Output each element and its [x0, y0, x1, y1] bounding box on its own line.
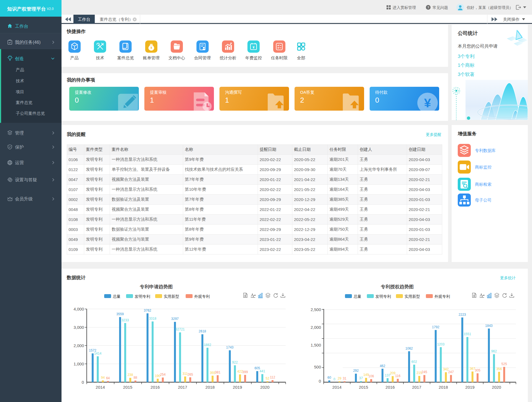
svg-text:1,000: 1,000	[73, 362, 84, 366]
svg-text:342: 342	[443, 367, 449, 371]
svg-text:292: 292	[353, 369, 359, 373]
svg-text:116: 116	[395, 374, 400, 378]
svg-text:399: 399	[242, 370, 248, 374]
svg-text:1062: 1062	[405, 347, 413, 350]
svg-text:137: 137	[385, 373, 390, 377]
svg-text:¥: ¥	[253, 45, 255, 49]
svg-text:94: 94	[101, 376, 105, 380]
svg-text:2223: 2223	[459, 313, 466, 317]
svg-text:29: 29	[338, 376, 342, 380]
svg-text:?: ?	[427, 6, 429, 9]
svg-text:2015: 2015	[359, 385, 368, 390]
svg-text:3318: 3318	[149, 317, 156, 320]
svg-text:2020: 2020	[260, 385, 269, 390]
svg-text:总量: 总量	[354, 294, 361, 299]
svg-text:0: 0	[333, 377, 335, 381]
svg-text:2016: 2016	[150, 385, 160, 390]
svg-text:52: 52	[266, 376, 270, 380]
svg-text:发明专利: 发明专利	[135, 294, 150, 299]
svg-text:962: 962	[491, 349, 497, 353]
svg-text:3297: 3297	[171, 317, 179, 321]
svg-text:2017: 2017	[178, 385, 187, 390]
svg-text:4,000: 4,000	[73, 307, 84, 311]
svg-text:3233: 3233	[121, 318, 129, 322]
svg-text:1743: 1743	[226, 345, 234, 349]
svg-text:367: 367	[470, 367, 475, 371]
svg-text:355: 355	[210, 371, 215, 375]
svg-text:外观专利: 外观专利	[194, 294, 210, 299]
svg-text:2018: 2018	[205, 385, 214, 390]
svg-text:2019: 2019	[465, 385, 474, 390]
svg-text:88: 88	[134, 376, 137, 380]
svg-text:3559: 3559	[116, 312, 124, 316]
svg-text:2,500: 2,500	[311, 307, 321, 312]
svg-text:专利申请趋势图: 专利申请趋势图	[140, 284, 173, 289]
svg-text:2018: 2018	[439, 385, 448, 390]
svg-text:602: 602	[411, 360, 417, 364]
svg-text:1,500: 1,500	[311, 343, 321, 347]
svg-text:0: 0	[82, 380, 84, 385]
svg-text:1551: 1551	[464, 332, 471, 336]
svg-text:215: 215	[416, 371, 422, 375]
svg-text:60: 60	[328, 376, 331, 380]
svg-text:209: 209	[390, 371, 395, 375]
svg-text:专利授权趋势图: 专利授权趋势图	[380, 284, 414, 289]
svg-text:32721: 32721	[175, 327, 185, 331]
svg-text:605: 605	[254, 366, 260, 370]
svg-text:总量: 总量	[113, 294, 121, 299]
svg-text:238: 238	[127, 373, 133, 377]
svg-text:实用新型: 实用新型	[164, 294, 179, 299]
svg-text:247: 247	[448, 370, 454, 374]
svg-text:462: 462	[380, 364, 385, 368]
svg-text:106: 106	[369, 374, 374, 378]
svg-text:112: 112	[270, 375, 275, 379]
svg-text:1414: 1414	[94, 352, 101, 355]
svg-text:441: 441	[260, 369, 265, 373]
svg-text:922: 922	[232, 360, 238, 364]
svg-text:3762: 3762	[144, 309, 151, 312]
svg-text:2020: 2020	[492, 385, 501, 390]
svg-text:¥: ¥	[150, 46, 152, 49]
svg-text:2017: 2017	[412, 385, 421, 390]
svg-text:2015: 2015	[123, 385, 132, 390]
svg-text:381: 381	[215, 370, 221, 374]
svg-text:3,000: 3,000	[73, 325, 84, 330]
svg-text:37: 37	[359, 376, 363, 380]
svg-text:190: 190	[155, 374, 160, 378]
svg-text:0: 0	[319, 379, 321, 383]
svg-text:¥: ¥	[424, 96, 431, 110]
svg-text:外观专利: 外观专利	[434, 294, 450, 299]
svg-text:2014: 2014	[96, 385, 105, 390]
svg-text:2019: 2019	[233, 385, 242, 390]
svg-text:149: 149	[363, 373, 369, 377]
svg-text:1792: 1792	[432, 325, 439, 329]
svg-text:2,000: 2,000	[311, 325, 321, 330]
svg-text:64: 64	[106, 376, 110, 380]
svg-text:245: 245	[422, 370, 427, 374]
svg-text:265: 265	[188, 373, 193, 376]
svg-text:1203: 1203	[437, 342, 444, 346]
svg-text:2,000: 2,000	[73, 343, 84, 348]
svg-text:356: 356	[496, 367, 502, 371]
svg-text:422: 422	[237, 370, 243, 373]
svg-text:发明专利: 发明专利	[375, 294, 391, 299]
svg-text:500: 500	[314, 365, 321, 369]
svg-text:2016: 2016	[385, 385, 395, 390]
svg-text:2618: 2618	[199, 329, 206, 333]
svg-text:实用新型: 实用新型	[405, 294, 420, 299]
svg-text:305: 305	[475, 368, 480, 372]
svg-text:1843: 1843	[485, 324, 493, 328]
svg-text:1882: 1882	[204, 343, 211, 347]
svg-text:311: 311	[183, 372, 188, 376]
svg-text:31: 31	[343, 376, 347, 380]
svg-text:525: 525	[502, 362, 507, 366]
svg-text:2014: 2014	[332, 385, 341, 390]
svg-text:254: 254	[160, 373, 166, 376]
